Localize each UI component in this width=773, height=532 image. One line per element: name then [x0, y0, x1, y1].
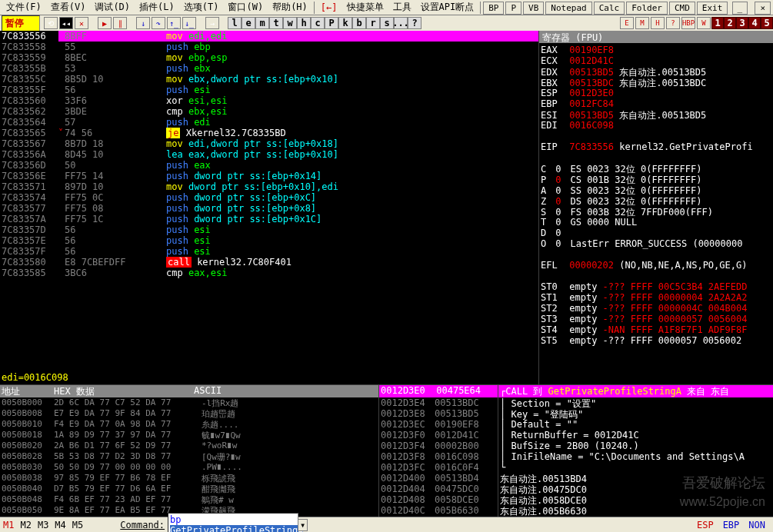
step-out-icon[interactable]: ↑_ — [167, 17, 181, 29]
stack-row[interactable]: 0012D40400475DC0 — [379, 484, 498, 494]
stack-row[interactable]: 0012D40C005B6630 — [379, 505, 498, 516]
toolbar-small-HBP[interactable]: HBP — [681, 17, 695, 29]
step-over-icon[interactable]: ↷ — [152, 17, 165, 29]
hex-row[interactable]: 0050B03050 50 D9 77 00 00 00 00.PW∎.... — [0, 462, 378, 473]
register-row[interactable]: EAX 00190EF8 — [541, 45, 771, 55]
hex-row[interactable]: 0050B008E7 E9 DA 77 9F 84 DA 77珀趟岊趟 — [0, 408, 378, 419]
stack-row[interactable]: 0012D4080058DCE0 — [379, 494, 498, 505]
hex-row[interactable]: 0050B03897 85 79 EF 77 B6 78 EF栎飛諕飛 — [0, 473, 378, 484]
call-row[interactable]: │ Key = "登陆码" — [498, 408, 773, 419]
menu-btn-vb[interactable]: VB — [523, 2, 544, 15]
disasm-row[interactable]: 7C833585 3BC6 cmp eax,esi — [0, 268, 538, 278]
toolbar-letter-m[interactable]: m — [255, 17, 269, 29]
hex-row[interactable]: 0050B0181A 89 D9 77 37 97 DA 77毓∎w7∎Qw — [0, 430, 378, 441]
toolbar-letter-l[interactable]: l — [228, 17, 242, 29]
menu-btn-notepad[interactable]: Notepad — [545, 2, 591, 15]
toolbar-letter-b[interactable]: b — [352, 17, 366, 29]
register-row[interactable]: ESI 00513BD5 东自动注.00513BD5 — [541, 109, 771, 120]
toolbar-small-W[interactable]: W — [697, 17, 711, 29]
hex-dump-pane[interactable]: 地址 HEX 数据 ASCII 0050B0002D 6C DA 77 C7 5… — [0, 384, 378, 517]
bookmark-M1[interactable]: M1 — [3, 520, 14, 530]
flag-row[interactable]: T 0 GS 0000 NULL — [541, 217, 771, 228]
fpu-row[interactable]: ST5 empty -??? FFFF 0000057 0056002 — [541, 335, 771, 346]
stack-row[interactable]: 0012D3E800513BD5 — [379, 408, 498, 419]
hex-row[interactable]: 0050B048F4 6B EF 77 23 AD EF 77鶵飛# w — [0, 494, 378, 505]
menu-quick[interactable]: 快捷菜单 — [342, 0, 388, 15]
disasm-row[interactable]: 7C833564 57 push edi — [0, 117, 538, 128]
flag-row[interactable]: C 0 ES 0023 32位 0(FFFFFFFF) — [541, 163, 771, 174]
bookmark-M2[interactable]: M2 — [20, 520, 31, 530]
disasm-row[interactable]: 7C833567 8B7D 18 mov edi,dword ptr ss:[e… — [0, 138, 538, 149]
rewind-icon[interactable]: ◂◂ — [59, 17, 73, 29]
fpu-row[interactable]: ST3 empty -??? FFFF 00000057 0056004 — [541, 314, 771, 324]
command-dropdown-icon[interactable]: ▾ — [298, 519, 308, 531]
stack-row[interactable]: 0012D3FC0016C0F4 — [379, 462, 498, 473]
hex-row[interactable]: 0050B010F4 E9 DA 77 0A 98 DA 77糸趟.... — [0, 419, 378, 430]
stack-pane[interactable]: 0012D3E0 00475E64 0012D3E400513BDC0012D3… — [378, 384, 498, 517]
menu-tools[interactable]: 工具 — [388, 0, 416, 15]
stack-row[interactable]: 0012D3F00012D41C — [379, 430, 498, 441]
toolbar-letter-k[interactable]: k — [338, 17, 352, 29]
toolbar-small-M[interactable]: M — [635, 17, 649, 29]
stack-row[interactable]: 0012D3F400002B00 — [379, 441, 498, 451]
efl-row[interactable]: EFL 00000202 (NO,NB,NE,A,NS,PO,GE,G) — [541, 260, 771, 271]
disasm-row[interactable]: 7C833556 8BFF mov edi,edi — [0, 31, 538, 42]
register-row[interactable]: EBP 0012FC84 — [541, 98, 771, 109]
disasm-row[interactable]: 7C833560 33F6 xor esi,esi — [0, 95, 538, 106]
command-input[interactable]: bp GetPrivateProfileStringA — [168, 513, 298, 533]
toolbar-small-H[interactable]: H — [651, 17, 665, 29]
toolbar-letter-t[interactable]: t — [269, 17, 283, 29]
toolbar-num-4[interactable]: 4 — [748, 17, 761, 29]
minimize-button[interactable]: _ — [732, 2, 748, 15]
menu-setapi[interactable]: 设置API断点 — [416, 0, 479, 15]
eip-row[interactable]: EIP 7C833556 kernel32.GetPrivateProfi — [541, 141, 771, 152]
flag-row[interactable]: D 0 — [541, 228, 771, 238]
call-row[interactable]: │ Section = "设置" — [498, 397, 773, 408]
menu-btn-bp[interactable]: BP — [483, 2, 504, 15]
disasm-row[interactable]: 7C833558 55 push ebp — [0, 42, 538, 52]
disasm-row[interactable]: 7C833559 8BEC mov ebp,esp — [0, 52, 538, 63]
menu-help[interactable]: 帮助(H) — [268, 0, 312, 15]
hex-row[interactable]: 0050B0202A B6 D1 77 6F 52 D9 77*?woR∎w — [0, 441, 378, 451]
disasm-row[interactable]: 7C83355F 56 push esi — [0, 85, 538, 95]
menu-option[interactable]: 选项(T) — [179, 0, 224, 15]
register-row[interactable]: EDX 00513BD5 东自动注.00513BD5 — [541, 66, 771, 77]
pause-icon[interactable]: ∥ — [113, 17, 127, 29]
disasm-row[interactable]: 7C83357D 56 push esi — [0, 224, 538, 235]
call-info-pane[interactable]: ┌CALL 到 GetPrivateProfileStringA 来自 东自 │… — [498, 384, 773, 517]
register-row[interactable]: ECX 0012D41C — [541, 55, 771, 66]
flag-row[interactable]: O 0 LastErr ERROR_SUCCESS (00000000 — [541, 238, 771, 249]
stack-row[interactable]: 0012D3EC00190EF8 — [379, 419, 498, 430]
register-row[interactable]: EDI 0016C098 — [541, 120, 771, 131]
disasm-row[interactable]: 7C833571 897D 10 mov dword ptr ss:[ebp+0… — [0, 181, 538, 192]
stack-row[interactable]: 0012D3F80016C098 — [379, 451, 498, 462]
bookmark-M3[interactable]: M3 — [38, 520, 48, 530]
menu-btn-cmd[interactable]: CMD — [669, 2, 695, 15]
disasm-row[interactable]: 7C83356D 50 push eax — [0, 160, 538, 171]
call-row[interactable]: 东自动注.0058DCE0 — [498, 494, 773, 505]
close-icon[interactable]: ✕ — [75, 17, 88, 29]
register-row[interactable]: ESP 0012D3E0 — [541, 88, 771, 98]
disasm-row[interactable]: 7C83357A FF75 1C push dword ptr ss:[ebp+… — [0, 214, 538, 224]
disasm-row[interactable]: 7C83355C 8B5D 10 mov ebx,dword ptr ss:[e… — [0, 74, 538, 85]
menu-btn-folder[interactable]: Folder — [626, 2, 668, 15]
fpu-row[interactable]: ST4 empty -NAN FFFF A1F8F7F1 ADF9F8F — [541, 324, 771, 335]
toolbar-letter-w[interactable]: w — [283, 17, 297, 29]
toolbar-small-?[interactable]: ? — [666, 17, 680, 29]
bookmark-M5[interactable]: M5 — [72, 520, 83, 530]
fpu-row[interactable]: ST2 empty -??? FFFF 0000004C 004B004 — [541, 303, 771, 314]
run-icon[interactable]: ▶ — [98, 17, 112, 29]
bookmark-M4[interactable]: M4 — [55, 520, 65, 530]
step-till-icon[interactable]: ↓_ — [182, 17, 196, 29]
menu-file[interactable]: 文件(F) — [2, 0, 46, 15]
flag-row[interactable]: P 0 CS 001B 32位 0(FFFFFFFF) — [541, 174, 771, 185]
menu-btn-calc[interactable]: Calc — [594, 2, 625, 15]
menu-plugin[interactable]: 插件(L) — [135, 0, 179, 15]
toolbar-letter-h[interactable]: h — [297, 17, 311, 29]
toolbar-letter-P[interactable]: P — [325, 17, 338, 29]
toolbar-num-5[interactable]: 5 — [761, 17, 773, 29]
flag-row[interactable]: A 0 SS 0023 32位 0(FFFFFFFF) — [541, 185, 771, 195]
goto-icon[interactable]: → — [205, 17, 219, 29]
call-row[interactable]: │ Default = "" — [498, 419, 773, 430]
register-row[interactable]: EBX 00513BDC 东自动注.00513BDC — [541, 77, 771, 88]
